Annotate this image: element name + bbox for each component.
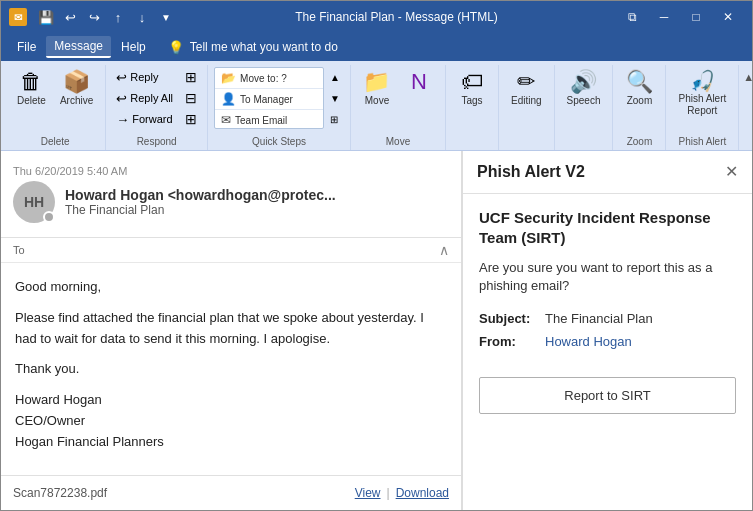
body-signature: Howard HoganCEO/OwnerHogan Financial Pla…: [15, 390, 447, 452]
phish-alert-report-button[interactable]: 🎣 Phish AlertReport: [672, 67, 732, 121]
ribbon: 🗑 Delete 📦 Archive Delete ↩ Reply: [1, 61, 752, 151]
body-line-1: Good morning,: [15, 277, 447, 298]
ribbon-group-delete-content: 🗑 Delete 📦 Archive: [11, 67, 99, 134]
ribbon-group-zoom-content: 🔍 Zoom: [619, 67, 659, 134]
speech-group-label: [561, 145, 607, 150]
email-to-row: To ∧: [1, 238, 461, 263]
speech-icon: 🔊: [570, 71, 597, 93]
report-to-sirt-button[interactable]: Report to SIRT: [479, 377, 736, 414]
qs-up[interactable]: ▲: [326, 67, 344, 87]
speech-label: Speech: [567, 95, 601, 106]
ribbon-group-phish-content: 🎣 Phish AlertReport: [672, 67, 732, 134]
onenote-button[interactable]: N: [399, 67, 439, 99]
main-area: Thu 6/20/2019 5:40 AM HH Howard Hogan <h…: [1, 151, 752, 510]
expand-button[interactable]: ∧: [439, 242, 449, 258]
reply-label: Reply: [130, 71, 158, 83]
close-button[interactable]: ✕: [712, 1, 744, 33]
archive-label: Archive: [60, 95, 93, 106]
quick-steps-box: 📂 Move to: ? 👤 To Manager ✉ Team Email: [214, 67, 324, 129]
restore-button[interactable]: ⧉: [616, 1, 648, 33]
forward-button[interactable]: → Forward: [112, 109, 177, 129]
menu-help[interactable]: Help: [113, 37, 154, 57]
avatar-status: [43, 211, 55, 223]
respond-extra-2[interactable]: ⊟: [181, 88, 201, 108]
delete-button[interactable]: 🗑 Delete: [11, 67, 52, 110]
ribbon-group-speech: 🔊 Speech: [555, 65, 614, 150]
phish-alert-label: Phish AlertReport: [678, 93, 726, 117]
upload-button[interactable]: ↑: [107, 6, 129, 28]
qs-more[interactable]: ⊞: [326, 109, 344, 129]
qs-move-to[interactable]: 📂 Move to: ?: [215, 68, 323, 89]
archive-icon: 📦: [63, 71, 90, 93]
reply-all-button[interactable]: ↩ Reply All: [112, 88, 177, 108]
email-sender-row: HH Howard Hogan <howardhogan@protec... T…: [13, 181, 449, 223]
respond-group-label: Respond: [112, 134, 201, 150]
maximize-button[interactable]: □: [680, 1, 712, 33]
ribbon-group-tags: 🏷 Tags: [446, 65, 499, 150]
download-arrow-button[interactable]: ↓: [131, 6, 153, 28]
ribbon-group-move-content: 📁 Move N: [357, 67, 439, 134]
app-window: ✉ 💾 ↩ ↪ ↑ ↓ ▼ The Financial Plan - Messa…: [0, 0, 753, 511]
ribbon-group-move: 📁 Move N Move: [351, 65, 446, 150]
phish-alert-group-label: Phish Alert: [672, 134, 732, 150]
lightbulb-icon: 💡: [168, 40, 184, 55]
tell-me-text[interactable]: Tell me what you want to do: [190, 40, 338, 54]
qs-to-manager[interactable]: 👤 To Manager: [215, 89, 323, 110]
zoom-button[interactable]: 🔍 Zoom: [619, 67, 659, 110]
move-button[interactable]: 📁 Move: [357, 67, 397, 110]
speech-button[interactable]: 🔊 Speech: [561, 67, 607, 110]
phish-from-row: From: Howard Hogan: [479, 334, 736, 349]
attachment-links: View | Download: [355, 486, 449, 500]
move-group-label: Move: [357, 134, 439, 150]
ribbon-group-editing-content: ✏ Editing: [505, 67, 548, 145]
tags-button[interactable]: 🏷 Tags: [452, 67, 492, 110]
menu-bar: File Message Help 💡 Tell me what you wan…: [1, 33, 752, 61]
minimize-button[interactable]: ─: [648, 1, 680, 33]
body-line-3: Thank you.: [15, 359, 447, 380]
qs-move-label: Move to: ?: [240, 73, 287, 84]
ribbon-collapse: ▲: [739, 65, 753, 150]
more-button[interactable]: ▼: [155, 6, 177, 28]
tags-icon: 🏷: [461, 71, 483, 93]
reply-button[interactable]: ↩ Reply: [112, 67, 177, 87]
delete-icon: 🗑: [20, 71, 42, 93]
qs-team-label: Team Email: [235, 115, 287, 126]
respond-extra-1[interactable]: ⊞: [181, 67, 201, 87]
ribbon-group-delete: 🗑 Delete 📦 Archive Delete: [5, 65, 106, 150]
zoom-group-label: Zoom: [619, 134, 659, 150]
ribbon-collapse-button[interactable]: ▲: [739, 69, 753, 85]
title-bar-actions: 💾 ↩ ↪ ↑ ↓ ▼: [35, 6, 177, 28]
email-meta: Thu 6/20/2019 5:40 AM: [13, 161, 449, 177]
respond-stack: ↩ Reply ↩ Reply All → Forward: [112, 67, 177, 129]
download-link[interactable]: Download: [396, 486, 449, 500]
menu-message[interactable]: Message: [46, 36, 111, 58]
attachment-name: Scan7872238.pdf: [13, 486, 347, 500]
save-button[interactable]: 💾: [35, 6, 57, 28]
undo-button[interactable]: ↩: [59, 6, 81, 28]
phish-question: Are you sure you want to report this as …: [479, 259, 736, 295]
editing-button[interactable]: ✏ Editing: [505, 67, 548, 110]
reply-all-icon: ↩: [116, 91, 127, 106]
reply-icon: ↩: [116, 70, 127, 85]
ribbon-group-zoom: 🔍 Zoom Zoom: [613, 65, 666, 150]
qs-team-email[interactable]: ✉ Team Email: [215, 110, 323, 129]
qs-controls: ▲ ▼ ⊞: [326, 67, 344, 129]
ribbon-group-quicksteps: 📂 Move to: ? 👤 To Manager ✉ Team Email ▲…: [208, 65, 351, 150]
qs-down[interactable]: ▼: [326, 88, 344, 108]
respond-extra-3[interactable]: ⊞: [181, 109, 201, 129]
archive-button[interactable]: 📦 Archive: [54, 67, 99, 110]
respond-extras: ⊞ ⊟ ⊞: [181, 67, 201, 129]
avatar-initials: HH: [24, 194, 44, 210]
window-controls: ⧉ ─ □ ✕: [616, 1, 744, 33]
body-line-2: Please find attached the financial plan …: [15, 308, 447, 350]
view-link[interactable]: View: [355, 486, 381, 500]
subject-value: The Financial Plan: [545, 311, 653, 326]
menu-file[interactable]: File: [9, 37, 44, 57]
phish-panel-header: Phish Alert V2 ✕: [463, 151, 752, 194]
phish-panel-close-button[interactable]: ✕: [725, 164, 738, 180]
email-sender-info: Howard Hogan <howardhogan@protec... The …: [65, 187, 449, 217]
redo-button[interactable]: ↪: [83, 6, 105, 28]
delete-group-label: Delete: [11, 134, 99, 150]
from-value[interactable]: Howard Hogan: [545, 334, 632, 349]
title-bar-left: ✉ 💾 ↩ ↪ ↑ ↓ ▼: [9, 6, 177, 28]
